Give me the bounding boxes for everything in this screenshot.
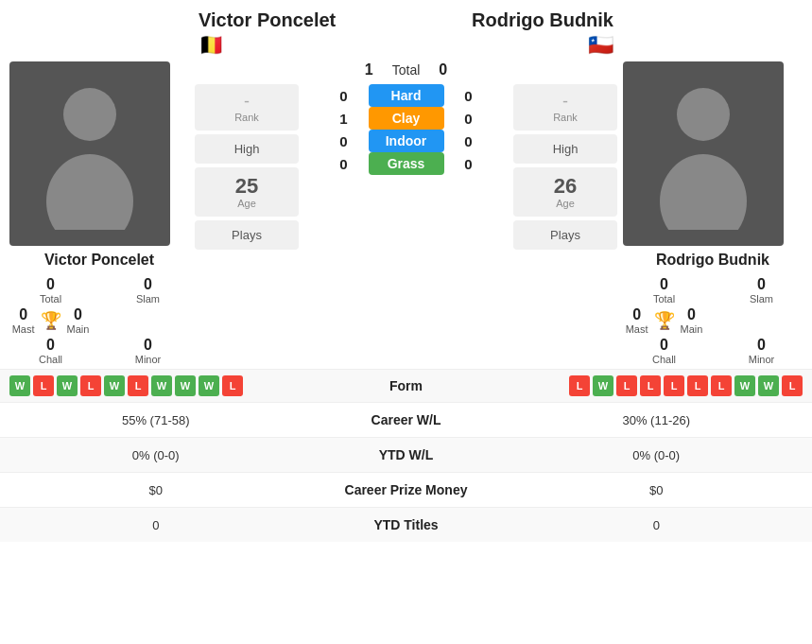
- left-avatar: [9, 61, 170, 246]
- row-center-2: Career Prize Money: [302, 482, 510, 497]
- left-player-name-below: Victor Poncelet: [44, 252, 154, 268]
- right-stat-mast: 0 Mast 🏆 0 Main: [623, 306, 705, 335]
- form-right: LWLLLLLWWL: [463, 375, 803, 396]
- form-badge-l: L: [128, 375, 148, 396]
- surfaces-container: 0 Hard 0 1 Clay 0 0 Indoor 0 0 Grass 0: [304, 84, 508, 175]
- row-right-1: 0% (0-0): [510, 448, 803, 462]
- left-stat-empty: [107, 306, 189, 335]
- surface-line-clay: 1 Clay 0: [304, 107, 508, 130]
- right-player-name: Rodrigo Budnik: [472, 9, 613, 31]
- left-stat-slam: 0 Slam: [107, 276, 189, 305]
- data-row-1: 0% (0-0) YTD W/L 0% (0-0): [0, 437, 812, 472]
- row-left-0: 55% (71-58): [9, 413, 302, 427]
- surface-btn-grass[interactable]: Grass: [369, 152, 444, 175]
- center-surfaces: 0 Hard 0 1 Clay 0 0 Indoor 0 0 Grass 0: [304, 84, 508, 250]
- surface-right-hard: 0: [459, 88, 478, 104]
- surface-line-hard: 0 Hard 0: [304, 84, 508, 107]
- center-content: 1 Total 0 - Rank High 25 Age: [195, 61, 617, 250]
- left-rank-box: - Rank: [195, 84, 299, 131]
- row-right-2: $0: [510, 483, 803, 497]
- left-rank-label: Rank: [234, 112, 259, 123]
- form-badge-l: L: [569, 375, 590, 396]
- row-left-2: $0: [9, 483, 302, 497]
- left-stat-chall: 0 Chall: [9, 337, 92, 365]
- form-badge-l: L: [782, 375, 803, 396]
- left-plays-box: Plays: [195, 220, 299, 250]
- left-high-label: High: [234, 142, 260, 156]
- right-age-label: Age: [556, 198, 575, 209]
- right-trophy-icon: 🏆: [654, 310, 675, 331]
- right-age-box: 26 Age: [513, 167, 617, 217]
- surface-btn-indoor[interactable]: Indoor: [369, 130, 444, 152]
- left-flag: 🇧🇪: [199, 33, 224, 58]
- form-badge-l: L: [222, 375, 243, 396]
- surface-left-clay: 1: [335, 111, 354, 127]
- surface-right-indoor: 0: [459, 133, 478, 149]
- right-age-value: 26: [554, 175, 577, 198]
- right-rank-label: Rank: [553, 112, 578, 123]
- right-high-label: High: [553, 142, 579, 156]
- form-badge-l: L: [80, 375, 101, 396]
- left-age-value: 25: [235, 175, 258, 198]
- total-left-score: 1: [365, 61, 373, 78]
- surface-right-clay: 0: [459, 111, 478, 127]
- right-player-card: Rodrigo Budnik 0 Total 0 Slam 0 Mast 🏆: [623, 61, 803, 365]
- row-left-3: 0: [9, 518, 302, 532]
- left-stat-mast: 0 Mast 🏆 0 Main: [9, 306, 92, 335]
- form-badge-w: W: [57, 375, 78, 396]
- top-header-names: Victor Poncelet 🇧🇪 Rodrigo Budnik 🇨🇱: [0, 9, 812, 61]
- surface-btn-clay[interactable]: Clay: [369, 107, 444, 130]
- form-badge-l: L: [616, 375, 637, 396]
- form-badge-l: L: [664, 375, 684, 396]
- right-side-panel: - Rank High 26 Age Plays: [513, 84, 617, 250]
- form-badge-w: W: [151, 375, 172, 396]
- svg-point-0: [63, 88, 116, 141]
- data-row-3: 0 YTD Titles 0: [0, 507, 812, 542]
- right-rank-value: -: [562, 92, 568, 112]
- data-row-2: $0 Career Prize Money $0: [0, 472, 812, 507]
- right-player-stats: 0 Total 0 Slam 0 Mast 🏆 0 Main: [623, 276, 803, 365]
- row-right-0: 30% (11-26): [510, 413, 803, 427]
- form-badge-w: W: [734, 375, 755, 396]
- form-badge-l: L: [640, 375, 661, 396]
- form-badge-w: W: [199, 375, 219, 396]
- surface-left-hard: 0: [335, 88, 354, 104]
- right-stat-chall: 0 Chall: [623, 337, 705, 365]
- left-player-stats: 0 Total 0 Slam 0 Mast 🏆 0 Main: [9, 276, 189, 365]
- left-trophy-icon: 🏆: [41, 310, 61, 331]
- row-right-3: 0: [510, 518, 803, 532]
- right-high-box: High: [513, 134, 617, 164]
- form-badge-l: L: [711, 375, 732, 396]
- svg-point-2: [677, 88, 730, 141]
- row-center-0: Career W/L: [302, 412, 510, 427]
- left-player-card: Victor Poncelet 0 Total 0 Slam 0 Mast 🏆: [9, 61, 189, 365]
- form-badge-w: W: [593, 375, 613, 396]
- right-stat-total: 0 Total: [623, 276, 705, 305]
- right-stat-slam: 0 Slam: [720, 276, 803, 305]
- form-badge-w: W: [104, 375, 125, 396]
- left-player-name: Victor Poncelet: [199, 9, 336, 31]
- left-age-box: 25 Age: [195, 167, 299, 217]
- left-rank-value: -: [244, 92, 250, 112]
- right-rank-box: - Rank: [513, 84, 617, 131]
- total-label: Total: [392, 62, 421, 78]
- right-plays-label: Plays: [550, 228, 580, 242]
- content-row: Victor Poncelet 0 Total 0 Slam 0 Mast 🏆: [0, 61, 812, 365]
- form-badge-w: W: [758, 375, 779, 396]
- form-label: Form: [350, 378, 463, 393]
- center-name-area: Victor Poncelet 🇧🇪 Rodrigo Budnik 🇨🇱: [189, 9, 623, 58]
- surface-line-indoor: 0 Indoor 0: [304, 130, 508, 152]
- total-right-score: 0: [439, 61, 447, 78]
- left-plays-label: Plays: [232, 228, 262, 242]
- right-player-name-below: Rodrigo Budnik: [656, 252, 769, 268]
- right-avatar: [623, 61, 784, 246]
- surface-btn-hard[interactable]: Hard: [369, 84, 444, 107]
- row-left-1: 0% (0-0): [9, 448, 302, 462]
- right-stat-minor: 0 Minor: [720, 337, 803, 365]
- left-stat-total: 0 Total: [9, 276, 92, 305]
- svg-point-3: [660, 154, 747, 230]
- surface-line-grass: 0 Grass 0: [304, 152, 508, 175]
- main-container: Victor Poncelet 🇧🇪 Rodrigo Budnik 🇨🇱: [0, 0, 812, 551]
- total-line: 1 Total 0: [195, 61, 617, 78]
- row-center-3: YTD Titles: [302, 517, 510, 532]
